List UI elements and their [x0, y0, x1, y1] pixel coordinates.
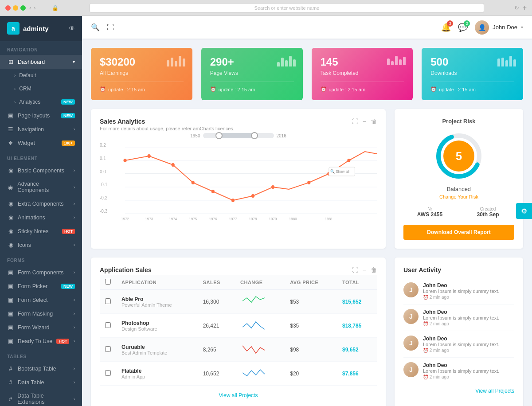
row-checkbox[interactable] [105, 322, 111, 328]
row-checkbox-cell[interactable] [100, 338, 116, 362]
sidebar-item-ready-to-use[interactable]: ▣ Ready To Use HOT › [0, 334, 82, 348]
sidebar-item-form-wizard[interactable]: ▣ Form Wizard › [0, 320, 82, 334]
messages-button[interactable]: 💬 2 [458, 23, 468, 32]
row-checkbox-cell[interactable] [100, 362, 116, 386]
activity-title: User Activity [403, 266, 514, 273]
settings-fab-button[interactable]: ⚙ [516, 203, 532, 219]
sidebar-item-icons[interactable]: ◉ Icons › [0, 238, 82, 252]
sparkline-svg [240, 366, 267, 379]
activity-time: ⏰ 2 min ago [423, 295, 499, 300]
activity-list: J John Deo Lorem Ipsum is simply dummy t… [403, 278, 514, 384]
minimize-window-button[interactable] [13, 5, 18, 11]
table-row: Flatable Admin App 10,652 $20 $7,856 [100, 362, 377, 386]
sidebar-item-form-picker[interactable]: ▣ Form Picker NEW [0, 279, 82, 293]
row-checkbox-cell[interactable] [100, 314, 116, 338]
new-badge: NEW [61, 284, 75, 289]
sidebar-item-animations[interactable]: ◉ Animations › [0, 211, 82, 224]
view-all-link[interactable]: View all Projects [219, 392, 258, 398]
row-checkbox[interactable] [105, 298, 111, 304]
new-badge: NEW [61, 99, 75, 105]
svg-text:1972: 1972 [121, 217, 129, 222]
minimize-chart-icon[interactable]: − [363, 118, 366, 125]
col-avg-price: Avg Price [285, 275, 337, 289]
form-icon: ▣ [7, 283, 14, 289]
chart-point [271, 185, 274, 189]
chevron-icon: › [74, 397, 75, 402]
sidebar-item-page-layouts[interactable]: ▣ Page layouts NEW [0, 109, 82, 122]
search-icon[interactable]: 🔍 [91, 23, 100, 31]
expand-icon[interactable]: ⛶ [107, 23, 114, 31]
browser-refresh-icon[interactable]: ↻ [514, 4, 519, 11]
stat-card-earnings: $30200 All Earnings ⏰ update : 2:15 am [91, 48, 192, 100]
svg-text:1980: 1980 [289, 217, 297, 222]
select-all-checkbox[interactable] [105, 279, 111, 285]
change-risk-link[interactable]: Change Your Risk [439, 194, 478, 199]
download-report-button[interactable]: Download Overall Report [403, 225, 514, 240]
sparkline-svg [240, 318, 267, 332]
delete-table-icon[interactable]: 🗑 [371, 266, 377, 273]
form-icon: ▣ [7, 269, 14, 276]
tasks-update: ⏰ update : 2:15 am [321, 82, 404, 92]
sidebar-item-dashboard[interactable]: ⊞ Dashboard ▾ [0, 55, 82, 69]
sidebar-item-crm[interactable]: › CRM [0, 82, 82, 95]
chevron-icon: › [74, 168, 75, 173]
maximize-window-button[interactable] [20, 5, 26, 11]
row-checkbox-cell[interactable] [100, 289, 116, 314]
row-checkbox[interactable] [105, 370, 111, 376]
eye-icon[interactable]: 👁 [69, 25, 75, 32]
browser-forward-icon[interactable]: › [34, 4, 35, 11]
risk-meta: Nr AWS 2455 Created 30th Sep [403, 207, 514, 218]
navigation-icon: ☰ [7, 126, 14, 133]
row-avg-price: $20 [285, 362, 337, 386]
chevron-icon: › [74, 311, 75, 316]
sidebar-item-basic-components[interactable]: ◉ Basic Components › [0, 164, 82, 177]
sidebar-item-form-masking[interactable]: ▣ Form Masking › [0, 307, 82, 320]
range-track[interactable] [203, 133, 274, 138]
risk-status: Balanced [447, 186, 471, 192]
close-window-button[interactable] [5, 5, 11, 11]
sidebar-item-default[interactable]: › Default [0, 69, 82, 82]
sidebar-item-data-table-ext[interactable]: # Data Table Extensions › [0, 389, 82, 406]
row-checkbox[interactable] [105, 346, 111, 352]
sidebar-item-widget[interactable]: ❖ Widget 100+ [0, 136, 82, 150]
sidebar-item-analytics[interactable]: › Analytics NEW [0, 95, 82, 109]
row-change [235, 338, 285, 362]
avatar-image: 👤 [475, 20, 489, 35]
animations-icon: ◉ [7, 214, 14, 221]
sidebar-item-navigation[interactable]: ☰ Navigation › [0, 122, 82, 136]
notifications-button[interactable]: 🔔 3 [441, 23, 451, 32]
risk-value: 5 [443, 141, 474, 172]
form-icon: ▣ [7, 297, 14, 303]
chevron-icon: › [74, 185, 75, 190]
dropdown-icon: ▾ [521, 25, 523, 30]
range-handle-right[interactable] [251, 132, 258, 139]
sidebar-item-advance-components[interactable]: ◉ Advance Components › [0, 177, 82, 197]
user-profile-button[interactable]: 👤 John Doe ▾ [475, 20, 523, 35]
sidebar-item-data-table[interactable]: # Data Table › [0, 375, 82, 389]
table-row: Guruable Best Admin Template 8,265 $98 $… [100, 338, 377, 362]
activity-item: J John Deo Lorem Ipsum is simply dummy t… [403, 331, 514, 358]
application-sales-table: Application Sales Change Avg Price Total… [100, 275, 377, 386]
chevron-right-icon: › [14, 100, 16, 105]
expand-chart-icon[interactable]: ⛶ [352, 118, 358, 125]
browser-new-tab-icon[interactable]: + [523, 4, 527, 12]
expand-table-icon[interactable]: ⛶ [352, 266, 358, 273]
row-app-name: Able Pro Powerful Admin Theme [116, 289, 198, 314]
new-badge: NEW [61, 113, 75, 118]
show-all-label: 🔍 Show all [330, 169, 349, 175]
hot-badge: HOT [62, 229, 75, 234]
sidebar-item-form-select[interactable]: ▣ Form Select › [0, 293, 82, 307]
view-all-activity-link[interactable]: View all Projects [403, 384, 514, 394]
sidebar-item-bootstrap-table[interactable]: # Bootstrap Table › [0, 362, 82, 375]
sidebar-item-form-components[interactable]: ▣ Form Components › [0, 265, 82, 279]
svg-text:1973: 1973 [145, 217, 153, 222]
sidebar-item-sticky-notes[interactable]: ◉ Sticky Notes HOT [0, 224, 82, 238]
chevron-right-icon: › [14, 73, 16, 78]
browser-address-bar[interactable]: Search or enter website name [90, 3, 484, 13]
sidebar-item-extra-components[interactable]: ◉ Extra Components › [0, 197, 82, 211]
delete-chart-icon[interactable]: 🗑 [371, 118, 377, 125]
chevron-icon: › [74, 215, 75, 220]
minimize-table-icon[interactable]: − [363, 266, 366, 273]
chart-point [307, 181, 310, 184]
browser-back-icon[interactable]: ‹ [29, 4, 31, 11]
